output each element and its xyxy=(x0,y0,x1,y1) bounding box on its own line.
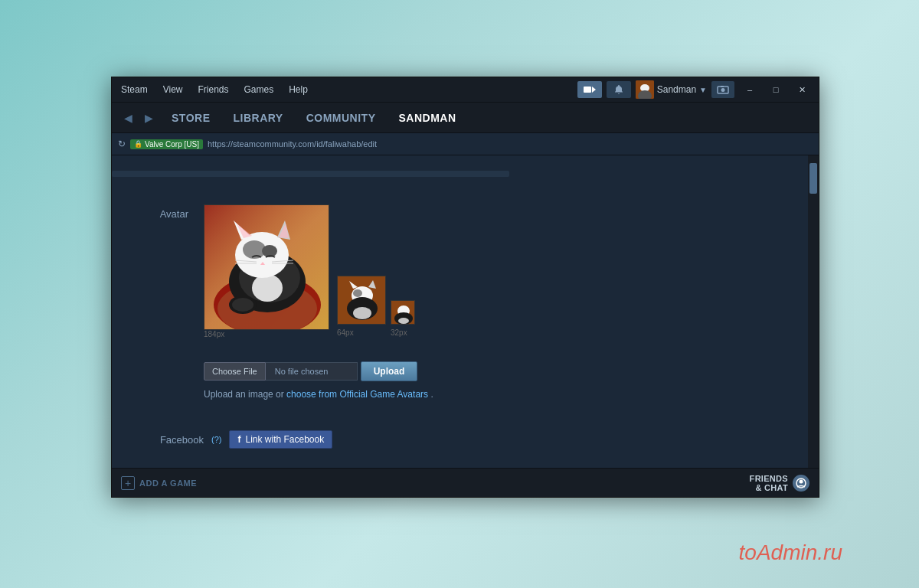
no-file-label: No file chosen xyxy=(266,362,358,381)
upload-hint-text: Upload an image or xyxy=(204,389,286,400)
scrollbar-track[interactable] xyxy=(808,155,819,468)
forward-button[interactable]: ▶ xyxy=(140,109,158,127)
lock-icon: 🔒 xyxy=(134,140,142,148)
friends-chat-button[interactable]: FRIENDS & CHAT xyxy=(750,474,809,492)
menu-view[interactable]: View xyxy=(160,83,186,96)
facebook-section: Facebook (?) f Link with Facebook xyxy=(112,407,808,456)
avatar-small-preview: 32px xyxy=(391,300,415,338)
menu-help[interactable]: Help xyxy=(286,83,311,96)
svg-point-6 xyxy=(721,88,725,92)
svg-point-33 xyxy=(353,307,371,319)
steam-window: Steam View Friends Games Help xyxy=(111,77,819,498)
back-button[interactable]: ◀ xyxy=(119,109,137,127)
nav-bar: ◀ ▶ STORE LIBRARY COMMUNITY SANDMAN xyxy=(112,102,819,132)
friends-label: FRIENDS xyxy=(750,474,788,483)
avatar-section: Avatar xyxy=(112,189,808,354)
scrollbar-thumb[interactable] xyxy=(809,163,817,194)
friends-chat-icon xyxy=(793,475,809,492)
svg-rect-7 xyxy=(721,86,724,87)
content-area: Avatar xyxy=(112,155,819,468)
tab-sandman[interactable]: SANDMAN xyxy=(388,107,467,129)
main-content: Avatar xyxy=(112,155,808,468)
tab-library[interactable]: LIBRARY xyxy=(222,107,293,129)
menu-games[interactable]: Games xyxy=(241,83,277,96)
facebook-help[interactable]: (?) xyxy=(211,435,221,444)
avatar-images: 184px xyxy=(204,204,415,338)
add-game-label: ADD A GAME xyxy=(139,479,197,488)
svg-point-31 xyxy=(353,289,362,297)
svg-point-14 xyxy=(252,274,283,302)
username-label: Sandman xyxy=(657,84,696,95)
avatar-medium: 64px xyxy=(337,276,386,338)
add-game-icon: + xyxy=(121,476,135,490)
avatar-label: Avatar xyxy=(142,204,188,220)
svg-point-28 xyxy=(232,298,253,312)
facebook-icon: f xyxy=(237,434,240,445)
file-input-row: Choose File No file chosen Upload xyxy=(204,361,777,381)
facebook-label: Facebook xyxy=(142,434,204,446)
chat-label: & CHAT xyxy=(750,483,788,492)
notifications-button[interactable] xyxy=(607,81,631,98)
ssl-badge: 🔒 Valve Corp [US] xyxy=(130,139,203,149)
add-game-button[interactable]: + ADD A GAME xyxy=(121,476,197,490)
tab-community[interactable]: COMMUNITY xyxy=(296,107,387,129)
title-bar-right: Sandman ▼ – □ ✕ xyxy=(577,80,813,99)
avatar-size-label-large: 184px xyxy=(204,330,329,338)
upload-button[interactable]: Upload xyxy=(361,361,418,381)
user-avatar-small xyxy=(636,80,654,99)
title-bar-left: Steam View Friends Games Help xyxy=(118,83,311,96)
url-bar[interactable]: https://steamcommunity.com/id/faliwahab/… xyxy=(208,139,813,149)
svg-point-39 xyxy=(398,318,409,324)
minimize-button[interactable]: – xyxy=(739,82,760,97)
small-avatars-row: 64px xyxy=(337,276,415,338)
broadcast-button[interactable] xyxy=(577,81,602,98)
upload-section: Choose File No file chosen Upload Upload… xyxy=(112,354,808,407)
svg-point-41 xyxy=(800,479,803,483)
size-label-small: 32px xyxy=(391,328,407,337)
avatar-previews: 184px xyxy=(204,204,415,338)
address-bar: ↻ 🔒 Valve Corp [US] https://steamcommuni… xyxy=(112,132,819,155)
avatar-large: 184px xyxy=(204,204,329,338)
svg-rect-0 xyxy=(584,87,591,93)
avatar-large-image xyxy=(204,204,329,330)
title-bar: Steam View Friends Games Help xyxy=(112,77,819,102)
nav-tabs: STORE LIBRARY COMMUNITY SANDMAN xyxy=(161,107,811,129)
facebook-link-button[interactable]: f Link with Facebook xyxy=(229,430,332,449)
user-dropdown-arrow: ▼ xyxy=(699,86,707,94)
avatar-small-image xyxy=(391,300,415,325)
facebook-btn-text: Link with Facebook xyxy=(245,434,324,445)
ssl-org: Valve Corp [US] xyxy=(145,140,199,149)
friends-chat-labels: FRIENDS & CHAT xyxy=(750,474,788,492)
watermark: toAdmin.ru xyxy=(739,541,842,565)
tab-store[interactable]: STORE xyxy=(161,107,221,129)
small-avatar-column: 64px xyxy=(337,273,415,338)
menu-friends[interactable]: Friends xyxy=(195,83,231,96)
avatar-medium-image xyxy=(337,276,386,325)
upload-hint: Upload an image or choose from Official … xyxy=(204,389,777,400)
refresh-button[interactable]: ↻ xyxy=(118,139,126,149)
maximize-button[interactable]: □ xyxy=(765,82,787,97)
bottom-bar: + ADD A GAME FRIENDS & CHAT xyxy=(112,468,819,497)
choose-avatar-link[interactable]: choose from Official Game Avatars xyxy=(286,389,428,400)
upload-hint-period: . xyxy=(430,389,433,400)
screenshot-button[interactable] xyxy=(711,81,734,98)
user-profile-button[interactable]: Sandman ▼ xyxy=(636,80,707,99)
size-label-medium: 64px xyxy=(337,328,354,337)
close-button[interactable]: ✕ xyxy=(791,82,813,97)
page-top-bar xyxy=(112,171,509,177)
choose-file-button[interactable]: Choose File xyxy=(204,362,266,381)
menu-steam[interactable]: Steam xyxy=(118,83,151,96)
svg-marker-1 xyxy=(592,87,596,93)
